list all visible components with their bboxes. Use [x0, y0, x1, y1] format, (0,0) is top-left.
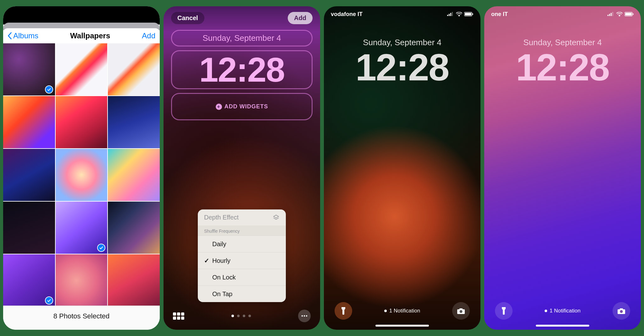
battery-icon [625, 12, 634, 16]
battery-icon [464, 12, 474, 16]
wallpaper-thumb[interactable] [108, 254, 160, 306]
lockscreen-editor: Cancel Add Sunday, September 4 12:28 + A… [164, 6, 320, 330]
menu-option-on-tap[interactable]: ✓On Tap [198, 285, 286, 302]
wallpaper-thumb[interactable] [108, 149, 160, 201]
back-label: Albums [13, 31, 38, 40]
add-widgets-label: ADD WIDGETS [225, 103, 268, 110]
wallpaper-thumb[interactable] [3, 254, 55, 306]
menu-option-hourly[interactable]: ✓Hourly [198, 252, 286, 269]
time-slot[interactable]: 12:28 [171, 50, 313, 89]
checkmark-icon [45, 296, 53, 305]
sheet-backdrop [3, 6, 160, 24]
wallpaper-thumb[interactable] [3, 96, 55, 148]
status-icons [608, 12, 634, 16]
back-button[interactable]: Albums [8, 31, 38, 40]
svg-rect-13 [611, 13, 612, 16]
svg-point-10 [460, 310, 463, 313]
signal-icon [447, 12, 454, 16]
lock-actions: 1 Notification [324, 302, 480, 320]
lockscreen-dark: vodafone IT Sunday, September 4 12:28 1 … [324, 6, 480, 330]
notification-summary[interactable]: 1 Notification [384, 308, 420, 314]
grid-icon[interactable] [173, 312, 184, 320]
cancel-button[interactable]: Cancel [171, 12, 204, 24]
svg-rect-9 [472, 14, 473, 15]
notification-summary[interactable]: 1 Notification [545, 308, 580, 314]
svg-rect-12 [609, 14, 610, 16]
flashlight-button[interactable] [335, 302, 352, 320]
svg-rect-17 [633, 14, 634, 15]
plus-icon: + [216, 104, 222, 110]
svg-rect-5 [450, 13, 451, 16]
menu-depth-effect[interactable]: Depth Effect [198, 209, 286, 225]
home-indicator[interactable] [536, 325, 589, 327]
wallpaper-thumb[interactable] [108, 202, 160, 254]
wifi-icon [616, 12, 623, 16]
chevron-left-icon [8, 32, 12, 39]
context-menu: Depth Effect Shuffle Frequency ✓Daily✓Ho… [198, 209, 286, 302]
picker-title: Wallpapers [70, 31, 110, 40]
svg-rect-11 [608, 15, 608, 16]
camera-icon [617, 307, 625, 314]
more-button[interactable] [298, 310, 311, 322]
wallpaper-thumb[interactable] [56, 149, 108, 201]
wallpaper-thumb[interactable] [56, 202, 108, 254]
menu-option-daily[interactable]: ✓Daily [198, 236, 286, 252]
picker-add-button[interactable]: Add [142, 31, 155, 40]
checkmark-icon [97, 244, 105, 252]
wallpaper-picker-screen: Albums Wallpapers Add 8 Photos Selected [3, 6, 160, 330]
wallpaper-thumb[interactable] [56, 43, 108, 95]
date-slot[interactable]: Sunday, September 4 [171, 30, 313, 46]
home-indicator[interactable] [375, 325, 429, 327]
svg-rect-8 [465, 13, 471, 15]
checkmark-icon [45, 85, 53, 94]
svg-rect-3 [447, 15, 448, 16]
editor-slots: Sunday, September 4 12:28 + ADD WIDGETS [164, 30, 320, 124]
flashlight-icon [500, 306, 507, 315]
flashlight-icon [340, 306, 347, 315]
add-widgets-slot[interactable]: + ADD WIDGETS [171, 93, 313, 120]
add-button[interactable]: Add [288, 12, 313, 24]
svg-point-2 [306, 315, 307, 317]
picker-navbar: Albums Wallpapers Add [3, 28, 160, 43]
status-bar: one IT [484, 6, 641, 19]
camera-button[interactable] [613, 302, 630, 320]
svg-rect-14 [612, 12, 613, 16]
lock-time: 12:28 [324, 47, 480, 87]
ellipsis-icon [301, 315, 308, 317]
dot-icon [545, 310, 547, 312]
carrier-label: one IT [491, 11, 508, 18]
flashlight-button[interactable] [495, 302, 513, 320]
svg-point-1 [304, 315, 305, 317]
lock-actions: 1 Notification [484, 302, 641, 320]
wallpaper-thumb[interactable] [108, 43, 160, 95]
editor-bottombar [164, 310, 320, 322]
camera-icon [457, 307, 465, 314]
signal-icon [608, 12, 614, 16]
wifi-icon [456, 12, 462, 16]
wallpaper-thumb[interactable] [56, 96, 108, 148]
carrier-label: vodafone IT [331, 11, 363, 18]
status-icons [447, 12, 474, 16]
wallpaper-thumb[interactable] [3, 202, 55, 254]
layers-icon [273, 214, 280, 221]
svg-point-0 [302, 315, 303, 317]
thumbnail-grid [3, 43, 160, 306]
page-dots[interactable] [231, 315, 251, 317]
camera-button[interactable] [452, 302, 470, 320]
menu-section-header: Shuffle Frequency [198, 225, 286, 236]
svg-rect-6 [452, 12, 453, 16]
wallpaper-thumb[interactable] [108, 96, 160, 148]
wallpaper-thumb[interactable] [3, 149, 55, 201]
svg-point-18 [620, 310, 623, 313]
selection-footer: 8 Photos Selected [3, 306, 160, 330]
menu-option-on-lock[interactable]: ✓On Lock [198, 269, 286, 285]
svg-rect-16 [625, 13, 632, 15]
status-bar: vodafone IT [324, 6, 480, 19]
wallpaper-thumb[interactable] [3, 43, 55, 95]
lock-time: 12:28 [484, 47, 641, 87]
dot-icon [384, 310, 387, 312]
clock-time: 12:28 [172, 52, 312, 87]
lockscreen-pink: one IT Sunday, September 4 12:28 1 Notif… [484, 6, 641, 330]
wallpaper-thumb[interactable] [56, 254, 108, 306]
editor-topbar: Cancel Add [164, 6, 320, 30]
